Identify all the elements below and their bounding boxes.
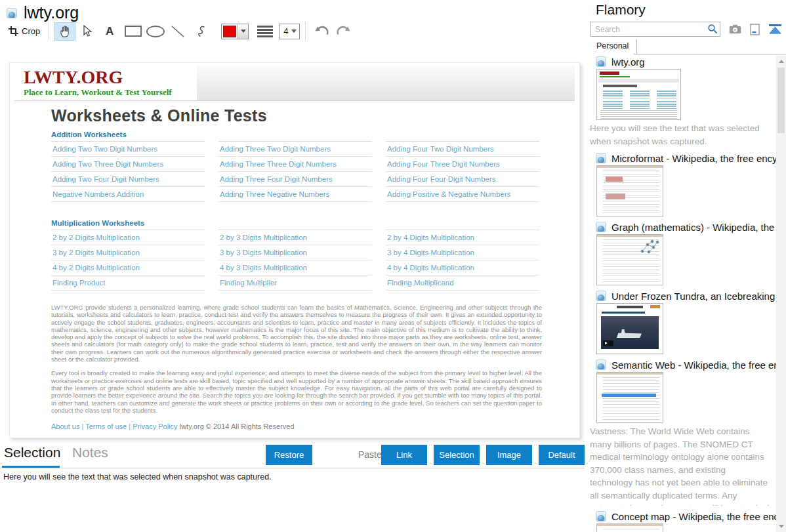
new-note-button[interactable]: [750, 24, 760, 35]
site-logo-tagline: Place to Learn, Workout & Test Yourself: [24, 87, 197, 97]
tab-notes[interactable]: Notes: [72, 445, 108, 460]
snapshot-title: Under Frozen Tundra, an Icebreaking Ship…: [611, 291, 776, 302]
color-dropdown[interactable]: [238, 24, 248, 39]
worksheet-link[interactable]: Adding Two Four Digit Numbers: [51, 172, 205, 187]
worksheet-link[interactable]: Finding Product: [51, 276, 205, 291]
worksheet-link[interactable]: Adding Three Four Digit Numbers: [218, 172, 372, 187]
tab-selection[interactable]: Selection: [4, 445, 60, 460]
search-input[interactable]: [590, 22, 720, 37]
freehand-tool-button[interactable]: [192, 22, 211, 41]
paste-link-button[interactable]: Link: [381, 445, 427, 465]
toolbar: Crop A 4: [5, 21, 352, 41]
worksheet-link[interactable]: Adding Two Two Digit Numbers: [51, 142, 205, 157]
size-dropdown[interactable]: 4: [279, 24, 300, 39]
worksheet-section: Multiplication Worksheets2 by 2 Digits M…: [51, 219, 539, 291]
text-tool-button[interactable]: A: [100, 22, 119, 41]
rectangle-icon: [125, 26, 142, 37]
worksheet-link[interactable]: 3 by 3 Digits Multiplication: [218, 245, 372, 260]
list-item: Concept map - Wikipedia, the free encycl…: [586, 510, 776, 532]
snapshot-thumbnail[interactable]: [596, 523, 776, 532]
snapshot-note: Here you will see the text that was sele…: [590, 122, 770, 148]
footer-link[interactable]: Terms of use: [85, 422, 127, 430]
sidebar-scrollbar[interactable]: [776, 56, 786, 532]
snapshot-title-row[interactable]: Concept map - Wikipedia, the free encycl…: [596, 510, 776, 522]
worksheet-link[interactable]: 4 by 3 Digits Multiplication: [218, 260, 372, 276]
search-icon[interactable]: [707, 24, 718, 34]
worksheet-link[interactable]: Adding Three Two Digit Numbers: [218, 142, 372, 157]
worksheet-link[interactable]: Finding Multiplier: [218, 276, 372, 291]
worksheet-section: Addition WorksheetsAdding Two Two Digit …: [51, 131, 539, 202]
rectangle-tool-button[interactable]: [124, 22, 142, 41]
snapshot-camera-button[interactable]: [729, 24, 741, 34]
snapshot-thumbnail[interactable]: [596, 234, 776, 285]
hand-tool-button[interactable]: [54, 22, 75, 41]
footer-separator: |: [79, 422, 85, 430]
tab-personal[interactable]: Personal: [590, 39, 637, 54]
worksheet-link[interactable]: Adding Three Negative Numbers: [218, 187, 372, 202]
redo-button[interactable]: [335, 24, 352, 38]
worksheet-link[interactable]: Adding Three Three Digit Numbers: [218, 157, 372, 172]
snapshot-thumbnail[interactable]: [596, 303, 776, 354]
scroll-down-icon[interactable]: [779, 525, 784, 528]
worksheet-link[interactable]: 4 by 2 Digits Multiplication: [51, 260, 205, 276]
undo-button[interactable]: [314, 24, 330, 38]
titlebar: lwty.org: [7, 3, 79, 22]
snapshot-title-row[interactable]: Microformat - Wikipedia, the free encycl…: [596, 152, 776, 164]
snapshot-viewport[interactable]: LWTY.ORG Place to Learn, Workout & Test …: [9, 62, 580, 438]
worksheet-link[interactable]: 2 by 3 Digits Multiplication: [218, 230, 372, 245]
worksheet-link[interactable]: Adding Four Three Digit Numbers: [386, 157, 539, 172]
link-column: 2 by 2 Digits Multiplication3 by 2 Digit…: [51, 230, 205, 291]
snapshot-title-row[interactable]: lwty.org: [596, 56, 776, 68]
line-icon: [171, 25, 185, 38]
snapshot-thumbnail[interactable]: [596, 372, 776, 423]
crop-button[interactable]: Crop: [5, 22, 43, 41]
scroll-up-icon[interactable]: [779, 60, 784, 63]
globe-icon: [596, 153, 606, 163]
worksheet-link[interactable]: Finding Multiplicand: [386, 276, 539, 291]
restore-button[interactable]: Restore: [266, 445, 312, 465]
list-item: Microformat - Wikipedia, the free encycl…: [586, 152, 776, 216]
color-picker[interactable]: [221, 24, 249, 39]
worksheet-link[interactable]: 2 by 2 Digits Multiplication: [51, 230, 205, 245]
worksheet-link[interactable]: Adding Positive & Negative Numbers: [386, 187, 539, 202]
toolbar-separator: [305, 22, 306, 40]
site-header-band: LWTY.ORG Place to Learn, Workout & Test …: [14, 66, 575, 101]
worksheet-link[interactable]: 4 by 4 Digits Multiplication: [386, 260, 539, 276]
footer-copyright: lwty.org © 2014 All Rights Reserved: [180, 422, 295, 430]
chevron-down-icon: [241, 30, 246, 33]
footer-link[interactable]: Privacy Policy: [133, 422, 177, 430]
footer-link[interactable]: About us: [51, 422, 79, 430]
ellipse-tool-button[interactable]: [146, 22, 165, 41]
paste-default-button[interactable]: Default: [539, 445, 585, 465]
scrollbar-thumb[interactable]: [777, 68, 785, 133]
snapshot-title: Microformat - Wikipedia, the free encycl…: [611, 153, 776, 164]
line-width-button[interactable]: [257, 26, 273, 37]
worksheet-link[interactable]: 3 by 4 Digits Multiplication: [386, 245, 539, 260]
collapse-to-top-icon: [768, 24, 782, 35]
worksheet-link[interactable]: Negative Numbers Addition: [51, 187, 205, 202]
color-swatch-red[interactable]: [223, 26, 236, 37]
list-item: Graph (mathematics) - Wikipedia, the fre…: [586, 221, 776, 285]
snapshot-title-row[interactable]: Semantic Web - Wikipedia, the free encyc…: [596, 359, 776, 371]
worksheet-link[interactable]: 2 by 4 Digits Multiplication: [386, 230, 539, 245]
snapshot-title-row[interactable]: Under Frozen Tundra, an Icebreaking Ship…: [596, 290, 776, 302]
page-footer-links: About us | Terms of use | Privacy Policy: [51, 422, 180, 430]
worksheet-link[interactable]: Adding Two Three Digit Numbers: [51, 157, 205, 172]
worksheet-link[interactable]: 3 by 2 Digits Multiplication: [51, 245, 205, 260]
search-box[interactable]: [590, 22, 720, 37]
paste-image-button[interactable]: Image: [486, 445, 532, 465]
select-cursor-button[interactable]: [78, 22, 96, 41]
snapshot-thumbnail[interactable]: [596, 69, 776, 120]
line-tool-button[interactable]: [169, 22, 187, 41]
globe-icon: [596, 359, 606, 370]
flamory-sidebar: Flamory: [586, 0, 786, 532]
collapse-panel-button[interactable]: [768, 24, 782, 35]
snapshot-title-row[interactable]: Graph (mathematics) - Wikipedia, the fre…: [596, 221, 776, 233]
paste-selection-button[interactable]: Selection: [434, 445, 480, 465]
worksheet-link[interactable]: Adding Four Two Digit Numbers: [386, 142, 539, 157]
snapshot-thumbnail[interactable]: [596, 165, 776, 216]
ellipse-icon: [146, 26, 165, 37]
worksheet-link[interactable]: Adding Four Four Digit Numbers: [386, 172, 539, 187]
snapshot-note: Vastness: The World Wide Web contains ma…: [590, 425, 770, 506]
snapshot-title: lwty.org: [611, 56, 645, 68]
